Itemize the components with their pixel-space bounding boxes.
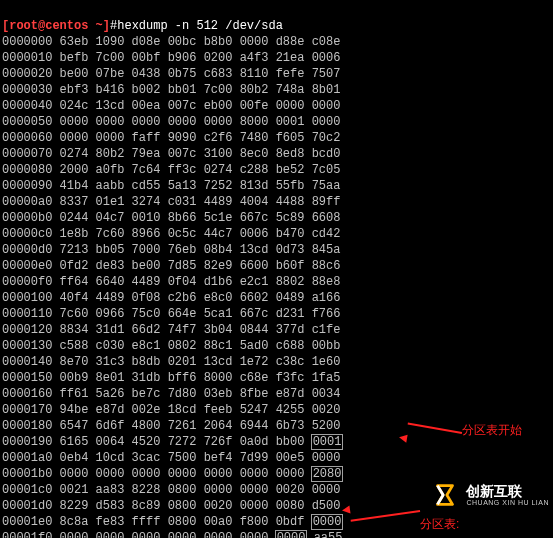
watermark: 创新互联 CHUANG XIN HU LIAN xyxy=(430,480,549,510)
watermark-en: CHUANG XIN HU LIAN xyxy=(466,498,549,507)
watermark-logo-icon xyxy=(430,480,460,510)
prompt-user: [root@centos ~] xyxy=(2,19,110,33)
terminal-output: [root@centos ~]#hexdump -n 512 /dev/sda … xyxy=(0,0,553,538)
command-text[interactable]: hexdump -n 512 /dev/sda xyxy=(117,19,283,33)
watermark-text: 创新互联 CHUANG XIN HU LIAN xyxy=(466,484,549,507)
watermark-cn: 创新互联 xyxy=(466,484,549,498)
hexdump-output: 0000000 63eb 1090 d08e 00bc b8b0 0000 d8… xyxy=(2,34,551,538)
